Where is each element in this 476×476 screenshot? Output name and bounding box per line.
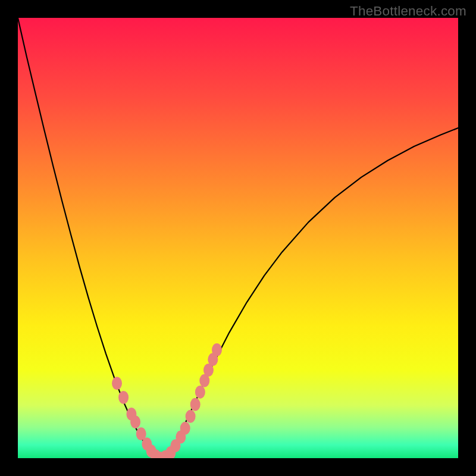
data-marker xyxy=(180,422,190,435)
curve-layer xyxy=(18,18,458,458)
data-marker xyxy=(195,386,205,399)
plot-area xyxy=(18,18,458,458)
chart-frame: TheBottleneck.com xyxy=(0,0,476,476)
data-marker xyxy=(118,391,129,404)
watermark-text: TheBottleneck.com xyxy=(350,4,466,19)
data-marker xyxy=(186,410,196,423)
data-marker xyxy=(112,377,122,390)
data-marker xyxy=(190,398,201,411)
data-marker xyxy=(212,343,222,356)
data-marker xyxy=(130,415,140,428)
